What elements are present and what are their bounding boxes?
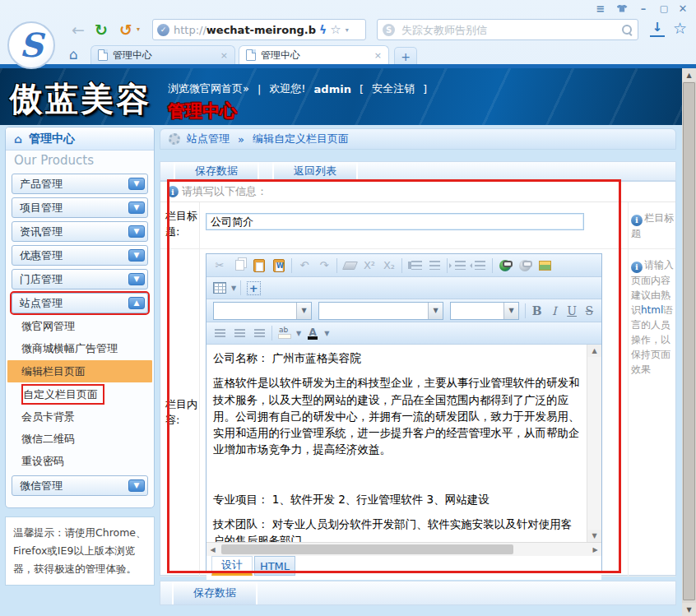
superscript-icon[interactable]: X² [360,257,378,274]
back-to-list-button[interactable]: 返回列表 [272,162,358,180]
paste-word-icon[interactable] [270,257,288,274]
close-button[interactable]: ✕ [675,2,691,15]
size-select[interactable]: ▼ [450,302,519,320]
undo-caret-icon[interactable]: ▾ [137,25,140,33]
submenu-item-micro-site[interactable]: 微官网管理 [6,315,154,337]
strikethrough-button[interactable]: S [581,303,598,319]
chevron-down-icon[interactable]: ▼ [128,225,145,238]
column-title-input[interactable] [206,213,584,230]
align-center-icon[interactable] [230,325,248,342]
chevron-down-icon[interactable]: ▼ [128,178,145,190]
unlink-icon[interactable] [516,257,534,274]
scroll-left-icon[interactable]: ◀ [206,543,219,556]
scrollbar-thumb[interactable] [683,82,695,600]
tab-html[interactable]: HTML [254,556,295,576]
format-select[interactable]: ▼ [213,302,312,320]
sidebar-item-news[interactable]: 资讯管理 ▼ [12,221,148,242]
chevron-down-icon[interactable]: ▼ [128,201,145,214]
ordered-list-icon[interactable] [406,257,424,274]
back-button[interactable]: ← [67,19,89,40]
submenu-item-mall-banner[interactable]: 微商城横幅广告管理 [6,337,154,359]
copy-icon[interactable] [230,257,248,274]
cut-icon[interactable]: ✂ [211,257,229,274]
eraser-icon[interactable] [341,257,359,274]
home-icon[interactable]: ⌂ [69,46,78,63]
sidebar-item-promo[interactable]: 优惠管理 ▼ [12,245,148,266]
maximize-button[interactable]: ▢ [656,2,672,15]
table-icon[interactable] [211,280,229,297]
html-link[interactable]: html [641,304,663,316]
browser-tab-1[interactable]: 管理中心 × [90,45,235,64]
font-select[interactable]: ▼ [318,302,443,320]
sidebar-item-wechat-management[interactable]: 微信管理 ▼ [12,475,148,496]
italic-button[interactable]: I [545,303,563,319]
url-bar[interactable]: ✓ http://wechat-meirong.b ϟ ☆ ▾ [152,19,366,40]
unordered-list-icon[interactable] [425,257,443,274]
sidebar-item-project[interactable]: 项目管理 ▼ [12,197,148,218]
url-dropdown-caret[interactable]: ▾ [346,26,349,34]
info-icon: i [167,186,179,197]
breadcrumb-section[interactable]: 站点管理 [187,132,230,146]
refresh-button[interactable]: ↻ [90,19,112,40]
bold-button[interactable]: B [528,303,545,319]
editor-vertical-scrollbar[interactable]: ▲ ▼ [587,345,601,542]
align-left-icon[interactable] [211,325,229,342]
chevron-down-icon[interactable]: ▼ [128,249,145,262]
save-data-button-bottom[interactable]: 保存数据 [172,581,258,604]
search-input[interactable] [400,23,621,37]
lightning-icon[interactable]: ϟ [319,23,327,36]
link-icon[interactable] [496,257,514,274]
paragraph: 专业项目： 1、软件开发 2、行业管理软件 3、网站建设 [213,491,581,507]
save-data-button[interactable]: 保存数据 [174,162,259,180]
table-caret-icon[interactable]: ▼ [231,285,236,292]
undo-nav-button[interactable]: ↺ [115,19,137,40]
submenu-item-custom-column-page[interactable]: 自定义栏目页面 [6,383,154,405]
chevron-down-icon[interactable]: ▼ [128,479,145,492]
highlight-icon[interactable] [276,325,294,342]
align-right-icon[interactable] [250,325,268,342]
scrollbar-thumb[interactable] [221,544,513,554]
page-scrollbar[interactable]: ▲ ▼ [682,68,696,616]
paste-icon[interactable] [250,257,268,274]
visit-site-link[interactable]: 浏览微官网首页» [168,81,249,96]
scroll-right-icon[interactable]: ▶ [589,543,601,556]
image-icon[interactable] [536,257,554,274]
browser-tab-2-active[interactable]: 管理中心 × [239,45,389,64]
chevron-up-icon[interactable]: ▲ [128,297,145,309]
tab-close-icon[interactable]: × [202,50,228,61]
sidebar-item-site-management[interactable]: 站点管理 ▲ [12,293,148,313]
favorites-star-icon[interactable]: ☆ [673,19,687,37]
minimize-button[interactable]: – [635,2,652,15]
logout-link[interactable]: 安全注销 [372,81,415,96]
skin-icon[interactable] [614,2,630,15]
sidebar-item-product[interactable]: 产品管理 ▼ [12,174,148,194]
editor-horizontal-scrollbar[interactable]: ◀ ▶ [206,542,601,556]
underline-button[interactable]: U [564,303,581,319]
submenu-item-member-card-bg[interactable]: 会员卡背景 [6,405,154,428]
undo-icon[interactable]: ↶ [295,257,313,274]
sidebar-item-store[interactable]: 门店管理 ▼ [12,269,148,289]
chevron-down-icon[interactable]: ▼ [128,273,145,285]
tab-close-icon[interactable]: × [356,50,382,61]
scroll-up-icon[interactable]: ▲ [587,345,601,357]
highlight-caret-icon[interactable]: ▼ [296,330,301,337]
new-tab-button[interactable]: + [394,47,417,65]
submenu-item-wechat-qrcode[interactable]: 微信二维码 [6,428,154,450]
download-icon[interactable]: ↓ [650,21,665,37]
outdent-icon[interactable] [471,257,489,274]
bookmark-star-icon[interactable]: ☆ [330,22,341,37]
scroll-down-icon[interactable]: ▼ [587,530,601,542]
scroll-up-icon[interactable]: ▲ [682,68,696,81]
menu-icon[interactable]: ≡ [592,2,609,15]
font-color-icon[interactable]: A [304,325,322,342]
scroll-down-icon[interactable]: ▼ [682,603,696,616]
editor-text[interactable]: 公司名称： 广州市蓝格美容院 蓝格软件是以软件研发为主的科技型企业，主要从事行业… [206,345,587,542]
redo-icon[interactable]: ↷ [315,257,333,274]
font-color-caret-icon[interactable]: ▼ [324,330,329,337]
fullscreen-icon[interactable]: + [244,280,262,297]
submenu-item-reset-password[interactable]: 重设密码 [6,450,154,472]
submenu-item-edit-column-page[interactable]: 编辑栏目页面 [7,360,152,382]
subscript-icon[interactable]: X₂ [380,257,398,274]
search-icon[interactable] [621,24,633,35]
tab-design[interactable]: 设计 [211,556,253,576]
